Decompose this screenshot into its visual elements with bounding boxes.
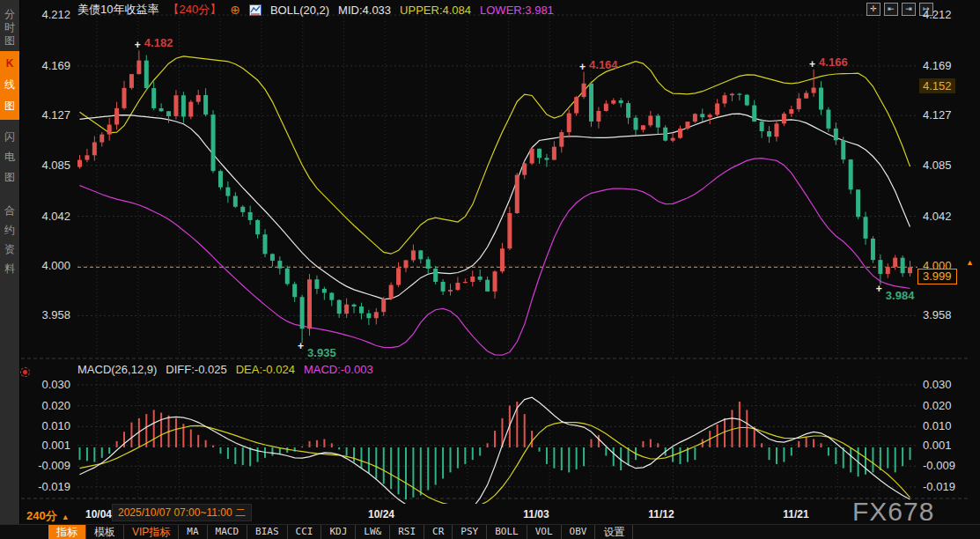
price-tick-left: 4.127 (25, 108, 70, 122)
sidebar-item-char: 时 (0, 21, 19, 34)
macd-tick-right: -0.019 (923, 480, 955, 493)
tab-vol[interactable]: VOL (527, 525, 562, 539)
triangle-up-icon: ▲ (62, 513, 70, 521)
price-tick-left: 4.000 (25, 259, 70, 272)
price-tick-left: 4.042 (25, 210, 70, 223)
tab-psy[interactable]: PSY (453, 525, 487, 539)
macd-tick-right: 0.001 (923, 439, 952, 452)
macd-tick-left: 0.020 (25, 399, 70, 412)
sidebar-item-char: 分 (0, 8, 19, 21)
extreme-price-annotation: 4.166 (819, 55, 848, 69)
sidebar-item-char: 料 (0, 259, 19, 278)
sidebar-item-char: 约 (0, 220, 19, 240)
tab-cci[interactable]: CCI (288, 525, 322, 539)
extreme-price-annotation: 4.164 (589, 58, 618, 71)
extreme-cross-marker: + (809, 60, 815, 69)
kline-app: 分时图K线图闪电图合约资料 美债10年收益率 【240分】 ⊕ BOLL(20,… (0, 0, 980, 539)
tab-boll[interactable]: BOLL (487, 525, 527, 539)
tab-kdj[interactable]: KDJ (321, 525, 356, 539)
macd-value: MACD:-0.003 (304, 363, 373, 376)
macd-tick-left: 0.030 (25, 378, 70, 391)
macd-tick-right: 0.020 (923, 399, 952, 412)
price-tick-right: 4.127 (923, 108, 952, 122)
macd-tick-right: 0.010 (923, 419, 952, 432)
sidebar-item-time-chart[interactable]: 分时图 (0, 6, 19, 50)
tab-cr[interactable]: CR (424, 525, 453, 539)
boll-lower-value: LOWER:3.981 (480, 4, 554, 17)
extreme-cross-marker: + (135, 41, 141, 49)
price-tick-right: 4.169 (923, 59, 952, 72)
timeframe-label[interactable]: 240分▲ (26, 508, 70, 524)
tab-obv[interactable]: OBV (562, 525, 596, 539)
extreme-price-annotation: 3.984 (886, 289, 915, 302)
price-tick-left: 4.212 (25, 8, 70, 21)
boll-params: BOLL(20,2) (270, 4, 329, 17)
tab-ma[interactable]: MA (179, 525, 207, 539)
sidebar-item-char: 合 (0, 201, 19, 220)
dea-value: DEA:-0.024 (236, 363, 295, 376)
axis-scale-left-icon[interactable]: ⇤ (884, 3, 898, 16)
line-chart-icon (249, 4, 262, 16)
sidebar-item-char: 图 (0, 167, 19, 188)
boll-upper-value: UPPER:4.084 (400, 4, 471, 17)
tab-template[interactable]: 模板 (86, 525, 124, 539)
macd-tick-left: 0.010 (25, 419, 70, 432)
pan-icon[interactable]: ✛ (866, 3, 881, 16)
price-arrow-icon: ▲ (966, 259, 974, 267)
axis-scale-right-icon[interactable]: ⇥ (902, 3, 916, 16)
panel-divider-icon[interactable] (20, 367, 30, 377)
tab-settings[interactable]: 设置 (595, 525, 633, 539)
sidebar-item-char: 图 (0, 95, 19, 116)
sidebar-item-char: 闪 (0, 127, 19, 147)
x-axis-date-label: 11/21 (783, 508, 808, 521)
candle-info-tooltip: 2025/10/07 07:00~11:00 二 (112, 504, 252, 521)
indicator-tabbar: 指标模板VIP指标MAMACDBIASCCIKDJLW&RSICRPSYBOLL… (0, 524, 980, 539)
extreme-cross-marker: + (298, 342, 304, 351)
x-axis-date-label: 11/12 (648, 508, 674, 521)
price-tick-left: 3.958 (25, 308, 70, 321)
macd-params: MACD(26,12,9) (77, 363, 157, 376)
price-tick-left: 4.085 (25, 159, 70, 172)
x-axis-date-label: 10/04 (85, 508, 112, 521)
macd-tick-right: 0.030 (923, 378, 952, 391)
sidebar-item-char: 线 (0, 74, 19, 95)
boll-mid-value: MID:4.033 (338, 4, 391, 17)
macd-tick-left: -0.019 (25, 480, 70, 493)
price-tick-right: 4.042 (923, 210, 952, 223)
tab-lw[interactable]: LW& (356, 525, 390, 539)
macd-tick-left: 0.001 (25, 439, 70, 452)
macd-tick-right: -0.009 (923, 459, 955, 472)
current-price-label: 3.999 (917, 269, 957, 284)
tab-rsi[interactable]: RSI (390, 525, 424, 539)
sidebar-item-char: K (0, 53, 19, 74)
macd-indicator-labels: MACD(26,12,9) DIFF:-0.025 DEA:-0.024 MAC… (77, 363, 373, 376)
sidebar-item-char: 资 (0, 240, 19, 259)
tab-indicator[interactable]: 指标 (48, 525, 86, 539)
sidebar-item-flash-chart[interactable]: 闪电图 (0, 125, 19, 190)
highlight-price-label: 4.152 (919, 78, 955, 93)
extreme-price-annotation: 4.182 (144, 36, 173, 49)
chart-canvas[interactable] (0, 0, 980, 539)
price-tick-right: 3.958 (923, 308, 952, 321)
tab-macd[interactable]: MACD (208, 525, 248, 539)
diff-value: DIFF:-0.025 (166, 363, 226, 376)
sidebar-item-kline-chart[interactable]: K线图 (0, 51, 19, 120)
sidebar: 分时图K线图闪电图合约资料 (0, 0, 20, 539)
price-tick-right: 4.212 (923, 8, 952, 21)
interval-tag[interactable]: 【240分】 (167, 2, 221, 18)
price-tick-right: 4.085 (923, 159, 952, 172)
x-axis-date-label: 10/24 (368, 508, 394, 521)
chart-header: 美债10年收益率 【240分】 ⊕ BOLL(20,2) MID:4.033 U… (77, 3, 554, 17)
tab-bias[interactable]: BIAS (247, 525, 288, 539)
extreme-price-annotation: 3.935 (307, 346, 336, 359)
extreme-cross-marker: + (876, 284, 882, 293)
tab-vip-indicator[interactable]: VIP指标 (124, 525, 179, 539)
macd-tick-left: -0.009 (25, 459, 70, 472)
instrument-title: 美债10年收益率 (77, 2, 158, 18)
extreme-cross-marker: + (579, 63, 586, 71)
circle-plus-icon[interactable]: ⊕ (230, 4, 240, 16)
watermark: FX678 (852, 497, 934, 527)
price-tick-left: 4.169 (25, 59, 70, 72)
x-axis-date-label: 11/03 (523, 508, 549, 521)
sidebar-item-contract-info[interactable]: 合约资料 (0, 199, 19, 284)
